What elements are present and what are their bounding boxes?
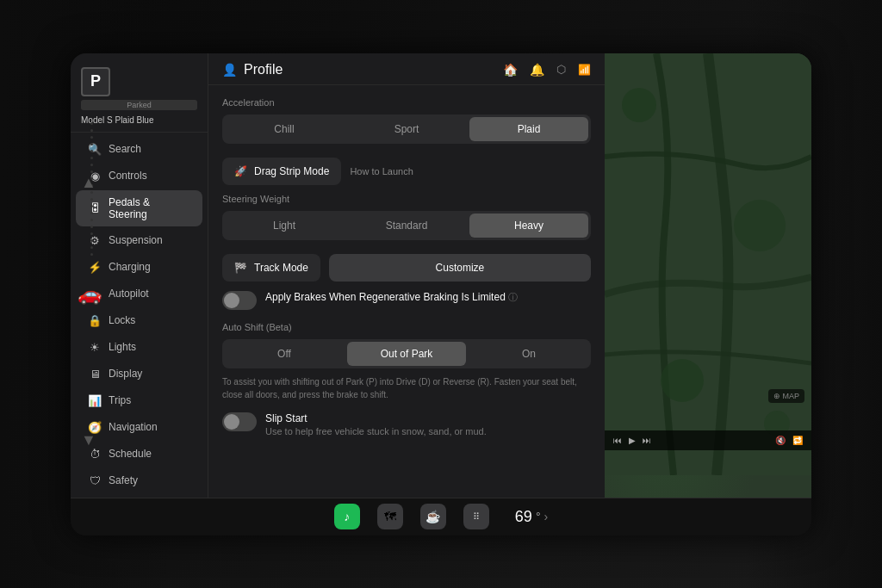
drag-strip-label: Drag Strip Mode xyxy=(254,165,329,177)
signal-icon: 📶 xyxy=(578,64,591,76)
acceleration-section: Acceleration Chill Sport Plaid xyxy=(222,97,591,144)
track-mode-row: 🏁 Track Mode Customize xyxy=(222,254,591,282)
content-header: 👤 Profile 🏠 🔔 ⬡ 📶 xyxy=(208,53,605,85)
profile-icon: 👤 xyxy=(222,63,237,77)
steering-section: Steering Weight Light Standard Heavy xyxy=(222,194,591,240)
sidebar-item-trips[interactable]: 📊 Trips xyxy=(76,388,202,413)
sidebar-item-label-locks: Locks xyxy=(109,314,135,326)
temperature-unit: ° xyxy=(536,510,541,523)
auto-shift-title: Auto Shift (Beta) xyxy=(222,322,591,332)
map-info-badge: ⊕ MAP xyxy=(768,389,804,403)
scroll-up-arrow[interactable]: ▲ xyxy=(81,174,96,192)
steering-group: Light Standard Heavy xyxy=(222,211,591,240)
header-icons: 🏠 🔔 ⬡ 📶 xyxy=(503,63,591,77)
acceleration-title: Acceleration xyxy=(222,97,591,108)
sidebar-item-lights[interactable]: ☀ Lights xyxy=(76,335,202,360)
media-next-btn[interactable]: ⏭ xyxy=(643,436,651,445)
auto-shift-off-btn[interactable]: Off xyxy=(225,342,344,366)
sidebar-item-label-autopilot: Autopilot xyxy=(109,288,149,300)
auto-shift-section: Auto Shift (Beta) Off Out of Park On To … xyxy=(222,322,591,401)
sidebar-item-locks[interactable]: 🔒 Locks xyxy=(76,308,202,333)
temp-arrow-right[interactable]: › xyxy=(543,510,548,523)
home-icon[interactable]: 🏠 xyxy=(503,63,518,77)
maps-icon: 🗺 xyxy=(384,510,396,523)
coffee-app-btn[interactable]: ☕ xyxy=(420,504,446,529)
svg-point-3 xyxy=(661,359,704,402)
map-area: ⊕ MAP ⏮ ▶ ⏭ 🔇 🔁 xyxy=(605,53,811,498)
accel-chill-btn[interactable]: Chill xyxy=(225,117,344,141)
maps-app-btn[interactable]: 🗺 xyxy=(377,504,403,529)
sidebar-item-suspension[interactable]: ⚙ Suspension xyxy=(76,228,202,253)
content-area: 👤 Profile 🏠 🔔 ⬡ 📶 Acceleration xyxy=(208,53,605,498)
auto-shift-description: To assist you with shifting out of Park … xyxy=(222,375,591,401)
sidebar-item-label-controls: Controls xyxy=(109,170,147,182)
auto-shift-outofpark-btn[interactable]: Out of Park xyxy=(347,342,466,366)
grid-app-btn[interactable]: ⠿ xyxy=(463,504,489,529)
sidebar-item-search[interactable]: 🔍 Search xyxy=(76,137,202,162)
media-controls-bar: ⏮ ▶ ⏭ 🔇 🔁 xyxy=(605,430,811,450)
temperature-value: 69 xyxy=(515,508,532,526)
grid-icon: ⠿ xyxy=(473,511,480,523)
apply-brakes-info[interactable]: ⓘ xyxy=(508,292,518,302)
track-mode-icon: 🏁 xyxy=(234,262,247,274)
scroll-down-arrow[interactable]: ▼ xyxy=(81,431,96,449)
spotify-app-btn[interactable]: ♪ xyxy=(334,504,360,529)
sidebar-item-label-suspension: Suspension xyxy=(109,234,163,246)
sidebar-item-display[interactable]: 🖥 Display xyxy=(76,362,202,387)
acceleration-group: Chill Sport Plaid xyxy=(222,115,591,144)
bluetooth-icon[interactable]: ⬡ xyxy=(556,63,566,76)
slip-start-toggle-row: Slip Start Use to help free vehicle stuc… xyxy=(222,412,591,439)
media-mute-btn[interactable]: 🔇 xyxy=(775,436,786,445)
sidebar-item-label-search: Search xyxy=(109,143,141,155)
bell-icon[interactable]: 🔔 xyxy=(530,63,544,77)
model-name: Model S Plaid Blue xyxy=(81,115,197,125)
auto-shift-on-btn[interactable]: On xyxy=(469,342,588,366)
apply-brakes-toggle-row: Apply Brakes When Regenerative Braking I… xyxy=(222,290,591,310)
bottom-bar: ♪ 🗺 ☕ ⠿ 69 ° › xyxy=(71,498,811,535)
drag-strip-btn[interactable]: 🚀 Drag Strip Mode xyxy=(222,158,341,185)
track-mode-btn[interactable]: 🏁 Track Mode xyxy=(222,254,320,282)
sidebar-item-label-navigation: Navigation xyxy=(109,421,158,433)
media-play-btn[interactable]: ▶ xyxy=(629,436,636,445)
steering-standard-btn[interactable]: Standard xyxy=(347,214,466,238)
settings-scroll: Acceleration Chill Sport Plaid 🚀 Drag St… xyxy=(208,85,605,498)
map-roads-svg xyxy=(605,53,811,475)
sidebar-item-label-safety: Safety xyxy=(109,474,138,486)
sidebar-item-safety[interactable]: 🛡 Safety xyxy=(76,468,202,493)
sidebar-item-pedals[interactable]: 🎛 Pedals & Steering xyxy=(76,190,202,226)
svg-point-1 xyxy=(622,88,656,122)
slip-start-toggle[interactable] xyxy=(222,412,257,431)
sidebar-item-label-trips: Trips xyxy=(109,394,131,406)
drag-strip-icon: 🚀 xyxy=(234,165,247,177)
spotify-icon: ♪ xyxy=(344,510,350,523)
steering-title: Steering Weight xyxy=(222,194,591,204)
sidebar-item-charging[interactable]: ⚡ Charging xyxy=(76,255,202,280)
content-title: Profile xyxy=(244,62,283,77)
media-prev-btn[interactable]: ⏮ xyxy=(613,436,622,445)
apply-brakes-toggle[interactable] xyxy=(222,291,257,310)
apply-brakes-label: Apply Brakes When Regenerative Braking I… xyxy=(265,290,518,305)
car-icon: 🚗 xyxy=(78,283,101,306)
how-to-launch-link[interactable]: How to Launch xyxy=(350,166,413,176)
parked-label: Parked xyxy=(81,100,197,110)
slip-start-sublabel: Use to help free vehicle stuck in snow, … xyxy=(265,425,487,438)
sidebar-item-label-schedule: Schedule xyxy=(109,448,152,460)
accel-plaid-btn[interactable]: Plaid xyxy=(469,117,588,141)
steering-light-btn[interactable]: Light xyxy=(225,214,344,238)
accel-sport-btn[interactable]: Sport xyxy=(347,117,466,141)
svg-point-2 xyxy=(734,200,786,251)
sidebar-item-label-display: Display xyxy=(109,368,142,380)
sidebar-item-label-charging: Charging xyxy=(109,261,151,273)
sidebar-item-label-pedals: Pedals & Steering xyxy=(109,196,190,220)
drag-strip-row: 🚀 Drag Strip Mode How to Launch xyxy=(222,158,591,185)
coffee-icon: ☕ xyxy=(425,510,440,523)
steering-heavy-btn[interactable]: Heavy xyxy=(469,214,588,238)
customize-btn[interactable]: Customize xyxy=(329,254,591,282)
media-repeat-btn[interactable]: 🔁 xyxy=(792,436,803,445)
park-badge: P xyxy=(81,67,110,96)
track-mode-label: Track Mode xyxy=(254,262,308,274)
tesla-screen: ▲ ▼ 🚗 P Parked Model S Plaid Blue 🔍 Sear… xyxy=(71,53,811,535)
safety-icon: 🛡 xyxy=(88,474,102,487)
sidebar-item-label-lights: Lights xyxy=(109,341,136,353)
slip-start-label: Slip Start Use to help free vehicle stuc… xyxy=(265,412,487,439)
